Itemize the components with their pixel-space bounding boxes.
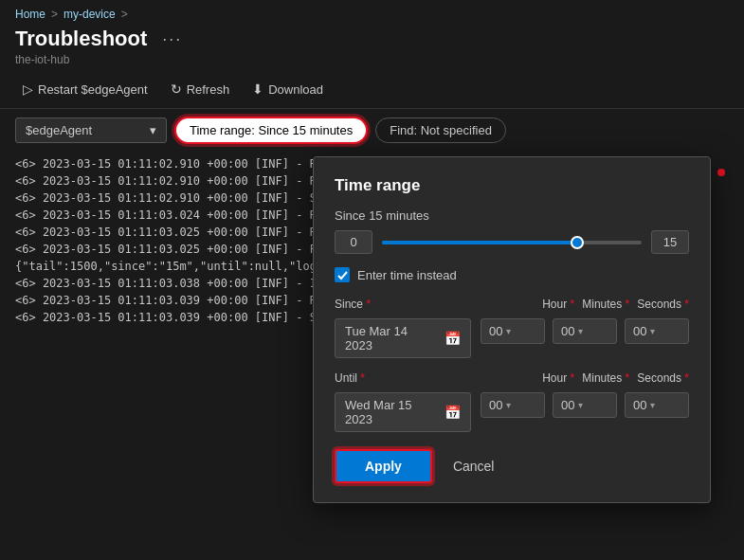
until-seconds-select[interactable]: 00 ▾	[625, 392, 689, 418]
slider-label: Since 15 minutes	[335, 208, 689, 223]
until-minutes-value: 00	[561, 398, 574, 412]
until-seconds-wrap: Seconds *	[637, 371, 689, 388]
until-minutes-wrap: Minutes *	[582, 371, 629, 388]
since-time-inputs: 00 ▾ 00 ▾ 00 ▾	[481, 318, 689, 344]
since-inputs-row: Tue Mar 14 2023 📅 00 ▾ 00 ▾	[335, 318, 689, 358]
cancel-button[interactable]: Cancel	[444, 451, 504, 481]
chevron-down-icon: ▾	[650, 400, 655, 410]
until-minutes-field: 00 ▾	[553, 392, 617, 418]
until-date-input-wrap: Wed Mar 15 2023 📅	[335, 392, 471, 432]
enter-time-label[interactable]: Enter time instead	[357, 268, 457, 282]
until-minutes-label: Minutes *	[582, 371, 629, 385]
until-time-group: Hour * Minutes * Seconds *	[542, 371, 689, 388]
apply-button[interactable]: Apply	[335, 449, 432, 483]
calendar-icon: 📅	[445, 331, 461, 346]
since-time-group: Hour * Minutes * Seconds *	[542, 298, 689, 315]
until-seconds-field: 00 ▾	[625, 392, 689, 418]
until-hour-value: 00	[489, 398, 502, 412]
since-seconds-value: 00	[633, 324, 646, 338]
since-minutes-wrap: Minutes *	[582, 298, 629, 315]
since-labels-row: Since * Hour * Minutes * Seconds *	[335, 298, 689, 315]
slider-fill	[382, 241, 577, 244]
since-date-wrap: Since *	[335, 298, 533, 315]
since-date-input[interactable]: Tue Mar 14 2023 📅	[335, 318, 471, 358]
until-hour-label: Hour *	[542, 371, 574, 385]
until-labels-row: Until * Hour * Minutes * Seconds *	[335, 371, 689, 388]
until-time-inputs: 00 ▾ 00 ▾ 00 ▾	[481, 392, 689, 418]
slider-max-input[interactable]	[651, 230, 689, 254]
slider-track[interactable]	[382, 241, 642, 244]
until-date-value: Wed Mar 15 2023	[345, 398, 437, 426]
slider-row	[335, 230, 689, 254]
chevron-down-icon: ▾	[506, 400, 511, 410]
slider-min-input[interactable]	[335, 230, 372, 254]
since-minutes-value: 00	[561, 324, 574, 338]
chevron-down-icon: ▾	[578, 400, 583, 410]
action-row: Apply Cancel	[335, 449, 689, 483]
since-seconds-wrap: Seconds *	[637, 298, 689, 315]
since-hour-select[interactable]: 00 ▾	[481, 318, 545, 344]
until-inputs-row: Wed Mar 15 2023 📅 00 ▾ 00 ▾	[335, 392, 689, 432]
time-range-panel: Time range Since 15 minutes Enter time i…	[313, 156, 711, 503]
since-hour-value: 00	[489, 324, 502, 338]
since-date-input-wrap: Tue Mar 14 2023 📅	[335, 318, 471, 358]
calendar-icon: 📅	[445, 405, 461, 420]
since-minutes-select[interactable]: 00 ▾	[553, 318, 617, 344]
slider-thumb[interactable]	[571, 236, 584, 249]
chevron-down-icon: ▾	[506, 326, 511, 336]
until-date-wrap: Until *	[335, 371, 533, 388]
enter-time-checkbox[interactable]	[335, 267, 350, 282]
until-seconds-value: 00	[633, 398, 646, 412]
since-seconds-select[interactable]: 00 ▾	[625, 318, 689, 344]
since-hour-label: Hour *	[542, 298, 574, 311]
until-hour-select[interactable]: 00 ▾	[481, 392, 545, 418]
until-date-label: Until *	[335, 371, 533, 385]
until-minutes-select[interactable]: 00 ▾	[553, 392, 617, 418]
since-minutes-field: 00 ▾	[553, 318, 617, 344]
panel-title: Time range	[335, 176, 689, 195]
since-date-value: Tue Mar 14 2023	[345, 324, 437, 352]
since-section: Since * Hour * Minutes * Seconds *	[335, 298, 689, 358]
since-seconds-field: 00 ▾	[625, 318, 689, 344]
until-section: Until * Hour * Minutes * Seconds *	[335, 371, 689, 432]
since-seconds-label: Seconds *	[637, 298, 689, 311]
enter-time-row: Enter time instead	[335, 267, 689, 282]
until-hour-wrap: Hour *	[542, 371, 574, 388]
chevron-down-icon: ▾	[650, 326, 655, 336]
until-seconds-label: Seconds *	[637, 371, 689, 385]
since-minutes-label: Minutes *	[582, 298, 629, 311]
until-hour-field: 00 ▾	[481, 392, 545, 418]
since-date-label: Since *	[335, 298, 533, 311]
chevron-down-icon: ▾	[578, 326, 583, 336]
since-hour-field: 00 ▾	[481, 318, 545, 344]
until-date-input[interactable]: Wed Mar 15 2023 📅	[335, 392, 471, 432]
since-hour-wrap: Hour *	[542, 298, 574, 315]
